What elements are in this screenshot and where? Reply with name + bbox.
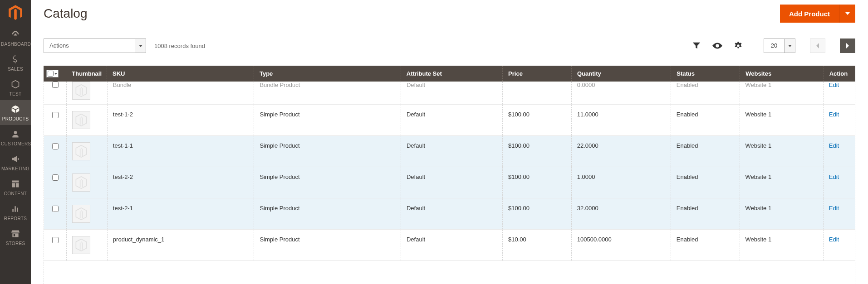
prev-page-button[interactable] (810, 39, 825, 53)
nav-item-stores[interactable]: STORES (0, 225, 31, 250)
page-header: Catalog Add Product (31, 0, 868, 31)
row-checkbox[interactable] (52, 143, 59, 149)
cell-sku: Bundle (107, 82, 254, 105)
eye-icon (712, 43, 722, 49)
thumbnail-placeholder (72, 142, 90, 160)
table-row[interactable]: product_dynamic_1Simple ProductDefault$1… (44, 230, 855, 261)
cell-sku: test-2-2 (107, 167, 254, 198)
cell-websites: Website 1 (740, 82, 823, 105)
chevron-down-icon (845, 11, 850, 16)
row-checkbox[interactable] (52, 174, 59, 181)
table-row[interactable]: BundleBundle ProductDefault0.0000Enabled… (44, 82, 855, 105)
page-size-select[interactable]: 20 (764, 39, 795, 53)
edit-link[interactable]: Edit (829, 173, 839, 180)
cell-sku: test-1-2 (107, 105, 254, 136)
grid-body-table: BundleBundle ProductDefault0.0000Enabled… (44, 82, 855, 261)
cell-websites: Website 1 (740, 136, 823, 167)
col-quantity[interactable]: Quantity (572, 66, 671, 82)
megaphone-icon (1, 154, 30, 164)
row-checkbox[interactable] (52, 82, 59, 88)
edit-link[interactable]: Edit (829, 236, 839, 243)
layout-icon (1, 179, 30, 189)
cell-sku: product_dynamic_1 (107, 230, 254, 261)
thumbnail-placeholder (72, 82, 90, 100)
nav-item-products[interactable]: PRODUCTS (0, 100, 31, 125)
cell-websites: Website 1 (740, 230, 823, 261)
cell-quantity: 1.0000 (571, 167, 671, 198)
cell-attribute-set: Default (401, 198, 502, 230)
row-checkbox[interactable] (52, 112, 59, 118)
cell-attribute-set: Default (401, 136, 502, 167)
chevron-down-icon (135, 39, 146, 53)
cell-status: Enabled (671, 105, 740, 136)
cell-attribute-set: Default (401, 105, 502, 136)
cell-quantity: 32.0000 (571, 198, 671, 230)
cell-status: Enabled (671, 136, 740, 167)
edit-link[interactable]: Edit (829, 205, 839, 212)
col-type[interactable]: Type (254, 66, 401, 82)
select-all-checkbox[interactable] (48, 71, 54, 77)
next-page-button[interactable] (840, 39, 855, 53)
col-thumbnail[interactable]: Thumbnail (66, 66, 107, 82)
edit-link[interactable]: Edit (829, 142, 839, 149)
select-all-header[interactable] (44, 66, 66, 82)
gauge-icon (1, 30, 30, 40)
nav-item-label: REPORTS (1, 216, 30, 221)
cell-price: $100.00 (502, 198, 571, 230)
row-checkbox[interactable] (52, 237, 59, 243)
cell-attribute-set: Default (401, 167, 502, 198)
table-row[interactable]: test-1-1Simple ProductDefault$100.0022.0… (44, 136, 855, 167)
cell-type: Bundle Product (254, 82, 401, 105)
nav-item-label: STORES (1, 241, 30, 246)
cell-price: $100.00 (502, 136, 571, 167)
edit-link[interactable]: Edit (829, 82, 839, 88)
nav-item-dashboard[interactable]: DASHBOARD (0, 25, 31, 50)
nav-item-reports[interactable]: REPORTS (0, 200, 31, 225)
table-row[interactable]: test-1-2Simple ProductDefault$100.0011.0… (44, 105, 855, 136)
row-checkbox[interactable] (52, 206, 59, 212)
cell-type: Simple Product (254, 136, 401, 167)
col-status[interactable]: Status (671, 66, 740, 82)
col-sku[interactable]: SKU (107, 66, 254, 82)
nav-item-content[interactable]: CONTENT (0, 175, 31, 200)
cell-websites: Website 1 (740, 167, 823, 198)
cell-status: Enabled (671, 82, 740, 105)
filters-button[interactable] (690, 39, 703, 52)
table-row[interactable]: test-2-1Simple ProductDefault$100.0032.0… (44, 198, 855, 230)
hex-icon (1, 80, 30, 90)
thumbnail-placeholder (72, 173, 90, 192)
cell-type: Simple Product (254, 230, 401, 261)
edit-link[interactable]: Edit (829, 111, 839, 118)
nav-item-test[interactable]: TEST (0, 75, 31, 100)
nav-item-customers[interactable]: CUSTOMERS (0, 125, 31, 150)
admin-sidebar: DASHBOARDSALESTESTPRODUCTSCUSTOMERSMARKE… (0, 0, 31, 284)
records-found-text: 1008 records found (154, 43, 205, 49)
person-icon (1, 130, 30, 140)
cell-websites: Website 1 (740, 198, 823, 230)
cell-price: $10.00 (502, 230, 571, 261)
main-content: Catalog Add Product Actions 1008 records… (31, 0, 868, 284)
cell-quantity: 11.0000 (571, 105, 671, 136)
dollar-icon (1, 55, 30, 65)
nav-item-marketing[interactable]: MARKETING (0, 150, 31, 175)
cell-price: $100.00 (502, 105, 571, 136)
cell-price: $100.00 (502, 167, 571, 198)
col-price[interactable]: Price (503, 66, 572, 82)
columns-settings-button[interactable] (732, 39, 745, 52)
grid-header: Thumbnail SKU Type Attribute Set Price Q… (44, 66, 855, 82)
table-row[interactable]: test-2-2Simple ProductDefault$100.001.00… (44, 167, 855, 198)
add-product-button[interactable]: Add Product (780, 5, 839, 23)
add-product-dropdown-toggle[interactable] (839, 5, 855, 23)
default-view-button[interactable] (711, 39, 724, 52)
grid-toolbar: Actions 1008 records found 20 (31, 31, 868, 66)
nav-item-sales[interactable]: SALES (0, 50, 31, 75)
col-websites[interactable]: Websites (740, 66, 824, 82)
chevron-down-icon (54, 73, 57, 75)
col-action: Action (824, 66, 855, 82)
col-attribute-set[interactable]: Attribute Set (401, 66, 502, 82)
storefront-icon (1, 229, 30, 239)
nav-item-label: PRODUCTS (1, 116, 30, 121)
cell-status: Enabled (671, 198, 740, 230)
chevron-left-icon (816, 43, 819, 48)
bulk-actions-select[interactable]: Actions (44, 39, 146, 53)
